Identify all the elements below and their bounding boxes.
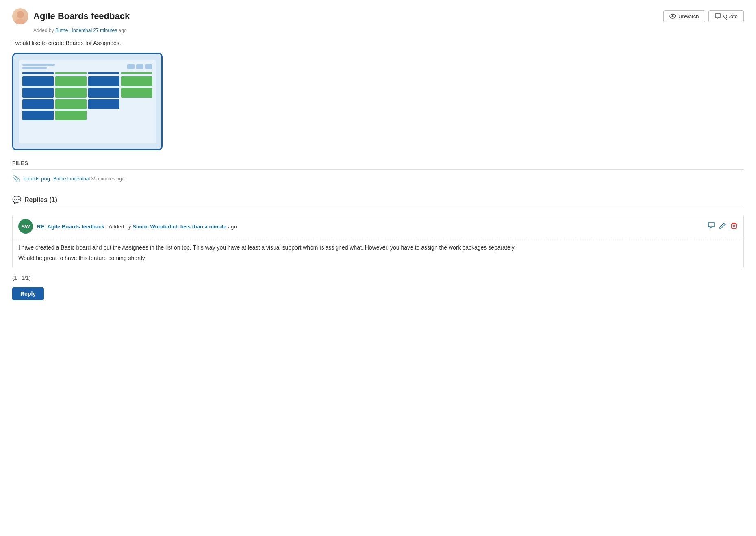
- cell-1-4: [121, 76, 152, 86]
- svg-point-4: [672, 15, 674, 17]
- edit-icon[interactable]: [719, 222, 726, 231]
- file-meta: Birthe Lindenthal 35 minutes ago: [53, 176, 124, 182]
- bubble-icon: 💬: [12, 195, 21, 204]
- col-h-3: [88, 72, 119, 74]
- reply-body-line1: I have created a Basic board and put the…: [18, 243, 738, 252]
- svg-rect-5: [732, 224, 736, 228]
- reply-item: SW RE: Agile Boards feedback - Added by …: [12, 215, 744, 268]
- reply-avatar: SW: [18, 219, 33, 234]
- avatar: [12, 8, 28, 24]
- board-sq-1: [127, 64, 135, 69]
- board-sq-3: [145, 64, 152, 69]
- files-section: FILES 📎 boards.png Birthe Lindenthal 35 …: [12, 160, 744, 182]
- replies-divider: [12, 208, 744, 208]
- paperclip-icon: 📎: [12, 175, 20, 182]
- reply-button[interactable]: Reply: [12, 287, 44, 300]
- files-divider: [12, 169, 744, 170]
- reply-body: I have created a Basic board and put the…: [13, 238, 743, 268]
- board-image: [12, 53, 163, 150]
- board-row-3: [22, 99, 152, 109]
- reply-author-link[interactable]: Simon Wunderlich less than a minute: [133, 224, 228, 230]
- reply-header-actions: [708, 222, 738, 231]
- quote-button[interactable]: Quote: [708, 10, 744, 22]
- board-top-left: [22, 64, 55, 69]
- col-h-2: [55, 72, 87, 74]
- cell-3-1: [22, 99, 54, 109]
- board-sq-2: [136, 64, 143, 69]
- time-suffix: ago: [119, 28, 127, 33]
- svg-point-2: [17, 11, 24, 18]
- cell-1-3: [88, 76, 119, 86]
- replies-heading: 💬 Replies (1): [12, 195, 744, 204]
- cell-4-1: [22, 111, 54, 120]
- cell-2-1: [22, 88, 54, 98]
- board-inner: [19, 60, 156, 143]
- reply-header: SW RE: Agile Boards feedback - Added by …: [13, 215, 743, 238]
- quote-icon: [715, 13, 721, 20]
- cell-4-2: [55, 111, 87, 120]
- reply-time-suffix: ago: [228, 224, 237, 230]
- post-time-ago: 27 minutes: [93, 28, 117, 33]
- board-col-headers: [22, 72, 152, 74]
- post-author-name: Birthe Lindenthal: [55, 28, 92, 33]
- cell-3-3: [88, 99, 119, 109]
- cell-2-2: [55, 88, 87, 98]
- file-author: Birthe Lindenthal: [53, 176, 90, 182]
- reply-header-left: SW RE: Agile Boards feedback - Added by …: [18, 219, 237, 234]
- unwatch-button[interactable]: Unwatch: [663, 10, 705, 22]
- replies-section: 💬 Replies (1) SW RE: Agile Boards feedba…: [12, 195, 744, 300]
- col-h-4: [121, 72, 152, 74]
- delete-icon[interactable]: [730, 222, 738, 231]
- avatar-image: [12, 8, 28, 24]
- board-line-2: [22, 67, 47, 69]
- post-meta: Added by Birthe Lindenthal 27 minutes ag…: [33, 28, 744, 33]
- reply-bubble-icon[interactable]: [708, 222, 715, 231]
- file-time: 35 minutes ago: [91, 176, 124, 182]
- board-row-2: [22, 88, 152, 98]
- cell-3-2: [55, 99, 87, 109]
- pagination: (1 - 1/1): [12, 275, 744, 281]
- post-body: I would like to create Boards for Assign…: [12, 40, 744, 150]
- reply-title-container: RE: Agile Boards feedback - Added by Sim…: [37, 224, 237, 230]
- page-title: Agile Boards feedback: [33, 11, 130, 22]
- board-top-bar: [22, 64, 152, 69]
- file-author-link[interactable]: Birthe Lindenthal: [53, 176, 91, 182]
- header-buttons: Unwatch Quote: [663, 10, 744, 22]
- board-row-1: [22, 76, 152, 86]
- reply-initials: SW: [22, 224, 30, 230]
- page-header: Agile Boards feedback Unwatch Quote: [12, 8, 744, 24]
- files-heading: FILES: [12, 160, 744, 166]
- cell-2-3: [88, 88, 119, 98]
- file-link[interactable]: boards.png: [24, 176, 50, 182]
- reply-time-ago: less than a minute: [180, 224, 226, 230]
- added-by-prefix: Added by: [33, 28, 54, 33]
- reply-title-link[interactable]: RE: Agile Boards feedback: [37, 224, 104, 230]
- eye-icon: [669, 13, 676, 20]
- reply-body-line2: Would be great to have this feature comi…: [18, 254, 738, 263]
- file-item: 📎 boards.png Birthe Lindenthal 35 minute…: [12, 175, 744, 182]
- cell-2-4: [121, 88, 152, 98]
- board-line-1: [22, 64, 55, 66]
- header-left: Agile Boards feedback: [12, 8, 130, 24]
- post-author-link[interactable]: Birthe Lindenthal 27 minutes: [55, 28, 118, 33]
- reply-author: Simon Wunderlich: [133, 224, 179, 230]
- board-row-4: [22, 111, 152, 120]
- cell-1-1: [22, 76, 54, 86]
- cell-1-2: [55, 76, 87, 86]
- svg-point-1: [15, 19, 25, 24]
- col-h-1: [22, 72, 54, 74]
- unwatch-label: Unwatch: [678, 13, 699, 20]
- post-text: I would like to create Boards for Assign…: [12, 40, 744, 46]
- board-top-right: [127, 64, 152, 69]
- replies-title: Replies (1): [24, 196, 57, 204]
- reply-added-by: Added by: [109, 224, 131, 230]
- quote-label: Quote: [723, 13, 738, 20]
